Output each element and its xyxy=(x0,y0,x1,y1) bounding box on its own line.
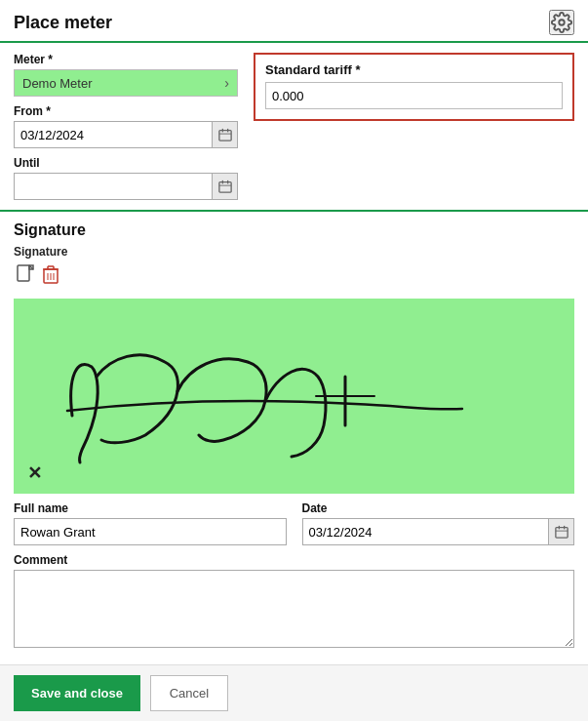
from-label: From * xyxy=(14,104,238,118)
signature-section-title: Signature xyxy=(14,221,574,239)
sig-date-input-wrapper xyxy=(302,518,575,545)
from-calendar-button[interactable] xyxy=(212,122,237,147)
fullname-col: Full name xyxy=(14,501,287,545)
until-date-input[interactable] xyxy=(15,176,212,198)
standard-tariff-box: Standard tariff * xyxy=(254,53,574,121)
standard-tariff-input[interactable] xyxy=(265,82,563,109)
signature-icons-row xyxy=(14,262,574,293)
from-date-input[interactable] xyxy=(15,124,212,146)
signature-canvas[interactable]: ✕ xyxy=(14,299,574,494)
chevron-right-icon: › xyxy=(224,75,229,91)
form-left-col: Meter * Demo Meter › From * xyxy=(14,53,238,200)
until-date-input-wrapper xyxy=(14,173,238,200)
date-col: Date xyxy=(302,501,575,545)
meter-label: Meter * xyxy=(14,53,238,66)
save-and-close-button[interactable]: Save and close xyxy=(14,675,140,711)
signature-section: Signature Signature xyxy=(0,212,588,664)
svg-point-0 xyxy=(559,20,565,25)
signature-label: Signature xyxy=(14,245,574,259)
svg-rect-9 xyxy=(18,265,29,281)
signature-x-mark: ✕ xyxy=(27,462,42,484)
page-container: Place meter Meter * Demo Meter › From * xyxy=(0,0,588,721)
sig-calendar-button[interactable] xyxy=(548,519,573,544)
fullname-input[interactable] xyxy=(15,521,286,543)
meter-selector[interactable]: Demo Meter › xyxy=(14,69,238,97)
place-meter-section: Meter * Demo Meter › From * xyxy=(0,43,588,212)
sig-date-input[interactable] xyxy=(303,521,549,543)
comment-label: Comment xyxy=(14,553,574,567)
fullname-input-wrapper xyxy=(14,518,287,545)
settings-button[interactable] xyxy=(549,10,574,35)
fullname-label: Full name xyxy=(14,501,287,515)
comment-textarea[interactable] xyxy=(14,570,574,648)
from-date-input-wrapper xyxy=(14,121,238,148)
sig-bottom-row: Full name Date xyxy=(14,501,574,545)
sig-date-label: Date xyxy=(302,501,575,515)
until-calendar-button[interactable] xyxy=(212,174,237,199)
svg-rect-5 xyxy=(218,182,230,193)
page-title: Place meter xyxy=(14,13,112,33)
svg-rect-1 xyxy=(218,131,230,141)
signature-upload-button[interactable] xyxy=(14,262,37,293)
footer: Save and close Cancel xyxy=(0,664,588,721)
form-row: Meter * Demo Meter › From * xyxy=(14,53,574,200)
signature-delete-button[interactable] xyxy=(41,262,60,293)
cancel-button[interactable]: Cancel xyxy=(150,675,228,711)
header: Place meter xyxy=(0,0,588,43)
standard-tariff-label: Standard tariff * xyxy=(265,62,563,77)
until-label: Until xyxy=(14,156,238,170)
svg-rect-19 xyxy=(555,528,567,539)
meter-value: Demo Meter xyxy=(22,76,93,91)
